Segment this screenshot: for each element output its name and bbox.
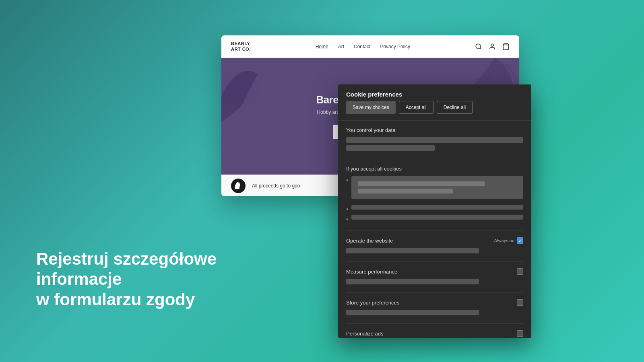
section-store-prefs-title: Store your preferences (346, 300, 399, 306)
section-you-control: You control your data (346, 127, 523, 151)
measure-bar (346, 279, 479, 284)
store-prefs-bar (346, 310, 479, 315)
nav-link-privacy[interactable]: Privacy Policy (380, 44, 410, 49)
sub-bar-container-1 (351, 176, 523, 199)
measure-checkbox[interactable] (517, 268, 523, 275)
bullet-dot-3: • (346, 216, 348, 222)
leaf-decoration-2 (221, 66, 266, 126)
cart-icon[interactable] (502, 43, 510, 50)
text-bar-1 (346, 137, 523, 143)
heading-line3: w formularzu zgody (36, 290, 217, 310)
accept-all-button[interactable]: Accept all (399, 101, 433, 114)
section-personalize-ads: Personalize ads (346, 330, 523, 338)
sub-bar-1a (358, 181, 485, 186)
svg-point-0 (476, 44, 481, 49)
heading-line1: Rejestruj szczegółowe (36, 249, 217, 269)
divider-2 (346, 230, 523, 231)
decline-all-button[interactable]: Decline all (437, 101, 473, 114)
nav-links: Home Art Contact Privacy Policy (316, 44, 410, 49)
svg-point-2 (491, 44, 493, 46)
operate-bar (346, 248, 479, 253)
section-measure: Measure performance (346, 268, 523, 284)
operate-checkbox[interactable]: ✓ (517, 237, 523, 244)
search-icon[interactable] (475, 43, 482, 50)
divider-3 (346, 261, 523, 262)
section-measure-title: Measure performance (346, 269, 397, 275)
section-store-prefs-header: Store your preferences (346, 299, 523, 306)
section-personalize-ads-header: Personalize ads (346, 330, 523, 337)
nav-link-home[interactable]: Home (316, 44, 328, 49)
cookie-action-buttons: Save my choices Accept all Decline all (346, 101, 473, 114)
bullet-bar-3 (351, 215, 523, 220)
nav-link-art[interactable]: Art (338, 44, 344, 49)
cookie-header: Cookie preferences Save my choices Accep… (338, 84, 531, 121)
sub-bar-1b (358, 189, 453, 193)
section-operate-header: Operate the website Always on ✓ (346, 237, 523, 244)
divider-1 (346, 159, 523, 159)
navbar: BEARLYART CO. Home Art Contact Privacy P… (221, 35, 519, 58)
section-operate-title: Operate the website (346, 238, 393, 244)
shopify-icon (231, 179, 246, 193)
bullet-item-2: • (346, 205, 523, 212)
section-you-control-title: You control your data (346, 127, 395, 133)
section-you-control-header: You control your data (346, 127, 523, 133)
personalize-ads-checkbox[interactable] (517, 330, 523, 337)
divider-5 (346, 323, 523, 324)
bullet-dot-1: • (346, 177, 348, 183)
section-measure-header: Measure performance (346, 268, 523, 275)
section-if-accept: If you accept all cookies • • • (346, 166, 523, 222)
bullet-dot-2: • (346, 206, 348, 212)
cookie-panel: Cookie preferences Save my choices Accep… (338, 84, 531, 338)
heading-line2: informacje (36, 269, 217, 289)
section-store-prefs: Store your preferences (346, 299, 523, 315)
cookie-body: You control your data If you accept all … (338, 121, 531, 338)
text-bar-2 (346, 145, 435, 151)
nav-link-contact[interactable]: Contact (354, 44, 370, 49)
store-prefs-checkbox[interactable] (517, 299, 523, 306)
section-operate: Operate the website Always on ✓ (346, 237, 523, 253)
section-personalize-ads-title: Personalize ads (346, 331, 384, 337)
user-icon[interactable] (489, 43, 496, 50)
always-on-indicator: Always on ✓ (494, 237, 523, 244)
divider-4 (346, 292, 523, 293)
svg-line-1 (480, 48, 481, 49)
section-if-accept-title: If you accept all cookies (346, 166, 402, 172)
navbar-icons (475, 43, 510, 50)
bullet-item-3: • (346, 215, 523, 222)
save-choices-button[interactable]: Save my choices (346, 101, 396, 114)
bullet-bar-2 (351, 205, 523, 210)
bullet-item-1: • (346, 176, 523, 202)
proceeds-text: All proceeds go to goo (252, 183, 300, 189)
section-if-accept-header: If you accept all cookies (346, 166, 523, 172)
cookie-panel-title: Cookie preferences (346, 91, 402, 98)
main-heading: Rejestruj szczegółowe informacje w formu… (36, 249, 217, 310)
brand-logo: BEARLYART CO. (231, 41, 251, 51)
